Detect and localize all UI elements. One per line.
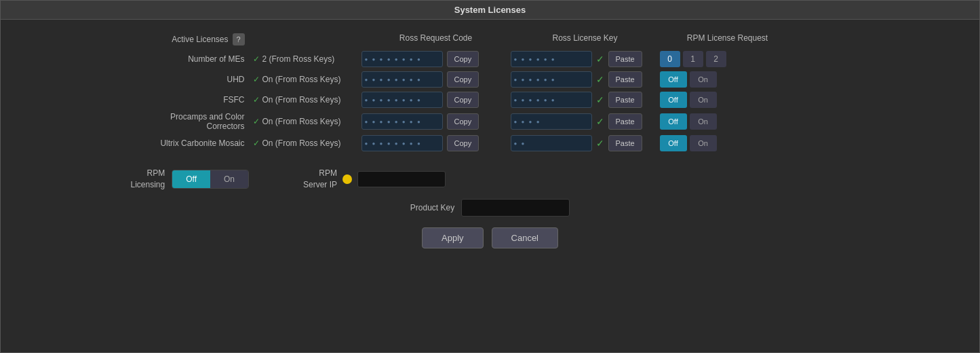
rpm-licensing-on-button[interactable]: On — [210, 170, 248, 188]
mes-rpm-1-button[interactable]: 1 — [683, 51, 703, 67]
fsfc-rpm-on-button[interactable]: On — [690, 92, 717, 108]
table-row: Number of MEs ✓ 2 (From Ross Keys) ● ● ●… — [117, 51, 863, 67]
fsfc-paste-button[interactable]: Paste — [608, 92, 642, 108]
ucm-paste-button[interactable]: Paste — [608, 135, 642, 151]
mes-request-code-dots: ● ● ● ● ● ● ● ● — [365, 56, 422, 62]
mes-check-icon: ✓ — [596, 54, 604, 64]
procamps-rpm-off-button[interactable]: Off — [660, 113, 687, 130]
apply-button[interactable]: Apply — [422, 227, 484, 248]
rpm-licensing-label: RPMLicensing — [131, 168, 165, 191]
uhd-rpm-cell: Off On — [660, 71, 796, 88]
rpm-licensing-toggle-group: Off On — [172, 170, 249, 189]
uhd-request-dots: ● ● ● ● ● ● ● ● — [365, 77, 422, 83]
procamps-request-code-cell: ● ● ● ● ● ● ● ● Copy — [361, 113, 511, 130]
product-key-label: Product Key — [410, 203, 454, 212]
mes-request-code-cell: ● ● ● ● ● ● ● ● Copy — [361, 51, 511, 67]
table-row: FSFC ✓ On (From Ross Keys) ● ● ● ● ● ● ●… — [117, 92, 863, 108]
system-licenses-window: System Licenses Active Licenses ? Ross R… — [0, 0, 980, 353]
procamps-rpm-on-button[interactable]: On — [690, 113, 717, 130]
procamps-request-code-display: ● ● ● ● ● ● ● ● — [361, 113, 443, 130]
uhd-license-key-cell: ● ● ● ● ● ● ✓ Paste — [511, 71, 660, 88]
ucm-rpm-cell: Off On — [660, 135, 796, 151]
fsfc-request-dots: ● ● ● ● ● ● ● ● — [365, 97, 422, 103]
fsfc-check-icon: ✓ — [596, 94, 604, 105]
uhd-request-code-display: ● ● ● ● ● ● ● ● — [361, 71, 443, 88]
procamps-paste-button[interactable]: Paste — [608, 113, 642, 130]
ucm-request-code-display: ● ● ● ● ● ● ● ● — [361, 135, 443, 151]
ucm-copy-button[interactable]: Copy — [447, 135, 479, 151]
row-label-fsfc: FSFC — [131, 95, 253, 105]
uhd-request-code-cell: ● ● ● ● ● ● ● ● Copy — [361, 71, 511, 88]
ucm-license-key-display: ● ● — [511, 135, 592, 151]
fsfc-rpm-cell: Off On — [660, 92, 796, 108]
licenses-table: Active Licenses ? Ross Request Code Ross… — [117, 33, 863, 155]
mes-rpm-cell: 0 1 2 — [660, 51, 796, 67]
uhd-check-icon: ✓ — [596, 74, 604, 85]
mes-paste-button[interactable]: Paste — [608, 51, 642, 67]
row-label-procamps: Procamps and Color Correctors — [131, 112, 253, 131]
server-ip-input[interactable] — [357, 171, 446, 187]
table-row: UHD ✓ On (From Ross Keys) ● ● ● ● ● ● ● … — [117, 71, 863, 88]
fsfc-copy-button[interactable]: Copy — [447, 92, 479, 108]
fsfc-request-code-display: ● ● ● ● ● ● ● ● — [361, 92, 443, 108]
fsfc-license-key-display: ● ● ● ● ● ● — [511, 92, 592, 108]
uhd-rpm-on-button[interactable]: On — [690, 71, 717, 88]
procamps-license-dots: ● ● ● ● — [514, 119, 541, 125]
uhd-rpm-off-button[interactable]: Off — [660, 71, 687, 88]
ucm-request-dots: ● ● ● ● ● ● ● ● — [365, 141, 422, 147]
rpm-licensing-off-button[interactable]: Off — [172, 170, 210, 188]
rpm-server-block: RPMServer IP — [303, 168, 446, 191]
uhd-license-dots: ● ● ● ● ● ● — [514, 77, 556, 83]
fsfc-rpm-off-button[interactable]: Off — [660, 92, 687, 108]
table-row: Procamps and Color Correctors ✓ On (From… — [117, 112, 863, 131]
ross-license-key-col-header: Ross License Key — [511, 33, 660, 45]
rpm-license-request-col-header: RPM License Request — [660, 33, 796, 45]
fsfc-request-code-cell: ● ● ● ● ● ● ● ● Copy — [361, 92, 511, 108]
middle-section: RPMLicensing Off On RPMServer IP — [117, 168, 863, 191]
ross-request-code-col-header: Ross Request Code — [361, 33, 511, 45]
product-key-row: Product Key — [410, 199, 570, 217]
ucm-license-key-cell: ● ● ✓ Paste — [511, 135, 660, 151]
uhd-paste-button[interactable]: Paste — [608, 71, 642, 88]
cancel-button[interactable]: Cancel — [492, 227, 558, 248]
table-row: Ultrix Carbonite Mosaic ✓ On (From Ross … — [117, 135, 863, 151]
mes-rpm-2-button[interactable]: 2 — [706, 51, 726, 67]
rpm-server-ip-label: RPMServer IP — [303, 168, 337, 191]
content-area: Active Licenses ? Ross Request Code Ross… — [1, 20, 979, 352]
product-key-input[interactable] — [461, 199, 570, 217]
mes-rpm-0-button[interactable]: 0 — [660, 51, 680, 67]
mes-copy-button[interactable]: Copy — [447, 51, 479, 67]
mes-label: Number of MEs — [188, 54, 244, 64]
procamps-copy-button[interactable]: Copy — [447, 113, 479, 130]
ucm-rpm-off-button[interactable]: Off — [660, 135, 687, 151]
ucm-request-code-cell: ● ● ● ● ● ● ● ● Copy — [361, 135, 511, 151]
mes-request-code-display: ● ● ● ● ● ● ● ● — [361, 51, 443, 67]
procamps-request-dots: ● ● ● ● ● ● ● ● — [365, 119, 422, 125]
fsfc-license-key-cell: ● ● ● ● ● ● ✓ Paste — [511, 92, 660, 108]
mes-license-key-dots: ● ● ● ● ● ● — [514, 56, 556, 62]
help-button[interactable]: ? — [233, 33, 245, 45]
procamps-license-key-display: ● ● ● ● — [511, 113, 592, 130]
uhd-license-key-display: ● ● ● ● ● ● — [511, 71, 592, 88]
rpm-licensing-block: RPMLicensing Off On — [131, 168, 250, 191]
ucm-rpm-on-button[interactable]: On — [690, 135, 717, 151]
fsfc-license-dots: ● ● ● ● ● ● — [514, 97, 556, 103]
active-licenses-header-label: Active Licenses — [172, 35, 228, 44]
ucm-check-icon: ✓ — [596, 138, 604, 149]
mes-license-key-cell: ● ● ● ● ● ● ✓ Paste — [511, 51, 660, 67]
procamps-check-icon: ✓ — [596, 116, 604, 127]
active-licenses-col-header: Active Licenses ? — [131, 33, 253, 45]
window-title: System Licenses — [454, 5, 526, 15]
uhd-copy-button[interactable]: Copy — [447, 71, 479, 88]
server-status-indicator — [342, 174, 352, 184]
title-bar: System Licenses — [1, 1, 979, 20]
procamps-license-key-cell: ● ● ● ● ✓ Paste — [511, 113, 660, 130]
row-label-uhd: UHD — [131, 75, 253, 84]
table-header: Active Licenses ? Ross Request Code Ross… — [117, 33, 863, 45]
row-label-ucm: Ultrix Carbonite Mosaic — [131, 138, 253, 148]
action-buttons-row: Apply Cancel — [422, 227, 558, 248]
mes-license-key-display: ● ● ● ● ● ● — [511, 51, 592, 67]
empty-col-header — [253, 33, 361, 45]
ucm-license-dots: ● ● — [514, 141, 526, 147]
row-label-mes: Number of MEs — [131, 54, 253, 64]
